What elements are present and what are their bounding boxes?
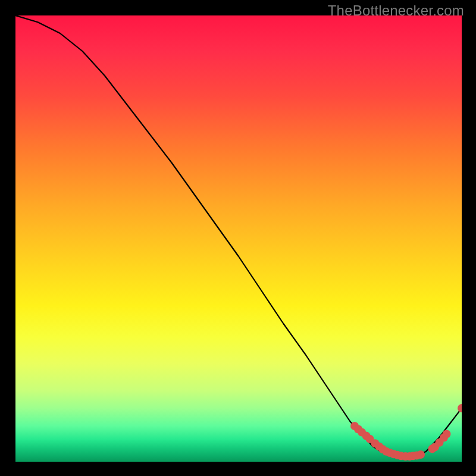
plot-area xyxy=(15,15,462,462)
chart-stage: TheBottlenecker.com xyxy=(0,0,476,476)
curve-layer xyxy=(15,15,462,462)
sample-point xyxy=(416,450,425,459)
bottleneck-curve xyxy=(15,15,462,458)
sample-points xyxy=(350,404,462,461)
sample-point xyxy=(443,430,451,439)
sample-point xyxy=(458,404,462,412)
